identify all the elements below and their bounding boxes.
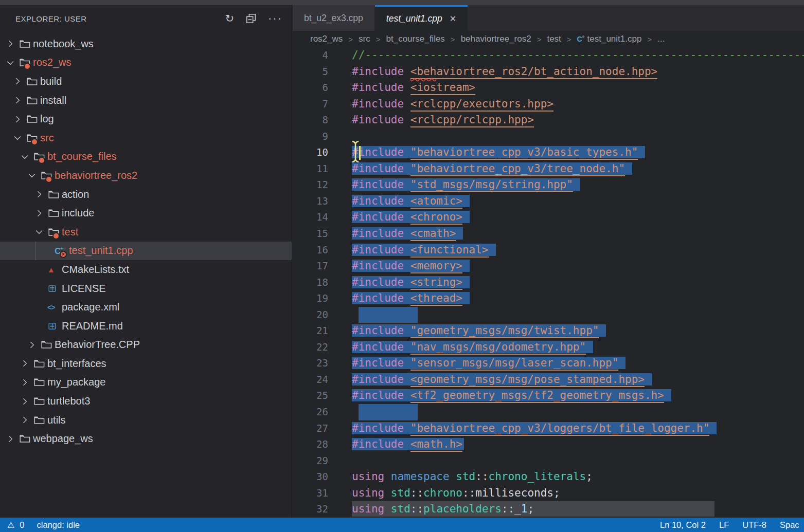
- tree-item-ros2_ws[interactable]: ros2_ws: [0, 53, 292, 72]
- tree-item-BehaviorTree.CPP[interactable]: BehaviorTree.CPP: [0, 336, 292, 355]
- token: milliseconds: [475, 487, 553, 499]
- code-line-25[interactable]: 25#include <tf2_geometry_msgs/tf2_geomet…: [293, 388, 804, 404]
- tree-item-my_package[interactable]: my_package: [0, 373, 292, 392]
- tree-item-test_unit1.cpp[interactable]: C+×test_unit1.cpp: [0, 242, 292, 261]
- breadcrumb-label: ros2_ws: [310, 34, 343, 44]
- folder-icon: [26, 76, 40, 87]
- line-content: using std::chrono::milliseconds;: [352, 485, 560, 502]
- tree-item-action[interactable]: action: [0, 185, 292, 204]
- tree-item-label: action: [62, 189, 89, 200]
- code-line-24[interactable]: 24#include <geometry_msgs/msg/pose_stamp…: [293, 372, 804, 388]
- breadcrumb-item-bt_course_files[interactable]: bt_course_files: [386, 34, 445, 44]
- folder-icon: [26, 114, 40, 124]
- tree-item-test[interactable]: test: [0, 223, 292, 242]
- code-line-31[interactable]: 31using std::chrono::milliseconds;: [293, 485, 804, 502]
- breadcrumb-separator-icon: >: [537, 35, 542, 44]
- line-number: 18: [293, 274, 328, 291]
- cursor-position[interactable]: Ln 10, Col 2: [660, 520, 706, 530]
- code-line-4[interactable]: 4//-------------------------------------…: [293, 47, 804, 64]
- code-line-22[interactable]: 22#include "nav_msgs/msg/odometry.hpp": [293, 339, 804, 356]
- breadcrumb-item-test_unit1.cpp[interactable]: C+test_unit1.cpp: [577, 34, 642, 44]
- code-line-28[interactable]: 28#include <math.h>: [293, 436, 804, 453]
- code-line-27[interactable]: 27#include "behaviortree_cpp_v3/loggers/…: [293, 420, 804, 437]
- code-line-5[interactable]: 5#include <behaviortree_ros2/bt_action_n…: [293, 64, 804, 80]
- breadcrumb-item-test[interactable]: test: [547, 34, 561, 44]
- language-server-status[interactable]: clangd: idle: [37, 520, 80, 530]
- indent-indicator[interactable]: Spac: [780, 520, 799, 530]
- tab-bt_u2_ex3.cpp[interactable]: bt_u2_ex3.cpp: [293, 5, 375, 31]
- code-line-17[interactable]: 17#include <memory>: [293, 258, 804, 274]
- code-line-13[interactable]: 13#include <atomic>: [293, 193, 804, 210]
- tree-item-README.md[interactable]: README.md: [0, 317, 292, 336]
- line-content: #include <geometry_msgs/msg/pose_stamped…: [352, 372, 652, 388]
- ellipsis-icon[interactable]: ···: [268, 12, 282, 25]
- code-line-20[interactable]: 20: [293, 307, 804, 323]
- refresh-icon[interactable]: ↻: [225, 12, 234, 25]
- token: #include: [352, 276, 410, 288]
- selection-highlight: #include <geometry_msgs/msg/pose_stamped…: [352, 373, 652, 386]
- tree-item-src[interactable]: src: [0, 129, 292, 148]
- code-line-8[interactable]: 8#include <rclcpp/rclcpp.hpp>: [293, 112, 804, 129]
- folder-icon: [33, 415, 47, 426]
- tree-item-label: BehaviorTree.CPP: [55, 339, 140, 351]
- breadcrumb-item-ros2_ws[interactable]: ros2_ws: [310, 34, 343, 44]
- breadcrumb-item-behaviortree_ros2[interactable]: behaviortree_ros2: [461, 34, 531, 44]
- close-icon[interactable]: ✕: [450, 14, 456, 24]
- eol-indicator[interactable]: LF: [719, 520, 729, 530]
- tree-item-install[interactable]: install: [0, 91, 292, 110]
- collapse-all-icon[interactable]: [245, 13, 257, 24]
- breadcrumb-item-...[interactable]: ...: [657, 34, 665, 44]
- line-number: 24: [293, 372, 328, 388]
- chevron-right-icon: [34, 208, 47, 218]
- tree-item-behaviortree_ros2[interactable]: behaviortree_ros2: [0, 166, 292, 185]
- code-line-18[interactable]: 18#include <string>: [293, 274, 804, 291]
- token: "behaviortree_cpp_v3/basic_types.h": [410, 146, 638, 160]
- code-line-32[interactable]: 32using std::placeholders::_1;: [293, 501, 804, 518]
- chevron-down-icon: [20, 152, 33, 162]
- tree-item-log[interactable]: log: [0, 109, 292, 129]
- token: std: [456, 470, 475, 483]
- code-line-30[interactable]: 30using namespace std::chrono_literals;: [293, 469, 804, 485]
- selection-highlight: #include "behaviortree_cpp_v3/basic_type…: [352, 146, 645, 158]
- code-line-14[interactable]: 14#include <chrono>: [293, 209, 804, 226]
- code-line-23[interactable]: 23#include "sensor_msgs/msg/laser_scan.h…: [293, 355, 804, 372]
- code-line-16[interactable]: 16#include <functional>: [293, 242, 804, 259]
- line-number: 27: [293, 420, 328, 437]
- warning-count[interactable]: 0: [20, 520, 24, 530]
- token: ::: [475, 470, 488, 483]
- tab-test_unit1.cpp[interactable]: test_unit1.cpp✕: [375, 5, 468, 31]
- tree-item-package.xml[interactable]: <>package.xml: [0, 298, 292, 317]
- token: ::: [502, 503, 514, 515]
- tree-item-include[interactable]: include: [0, 204, 292, 223]
- tree-item-notebook_ws[interactable]: notebook_ws: [0, 34, 292, 53]
- code-line-12[interactable]: 12#include "std_msgs/msg/string.hpp": [293, 177, 804, 193]
- code-line-15[interactable]: 15#include <cmath>: [293, 226, 804, 242]
- code-line-10[interactable]: 10#include "behaviortree_cpp_v3/basic_ty…: [293, 144, 804, 161]
- line-content: #include "std_msgs/msg/string.hpp": [352, 177, 580, 193]
- warning-icon[interactable]: ⚠: [7, 520, 14, 530]
- token: <atomic>: [410, 195, 462, 209]
- tree-item-CMakeLists.txt[interactable]: ▲CMakeLists.txt: [0, 260, 292, 279]
- tree-item-webpage_ws[interactable]: webpage_ws: [0, 429, 292, 448]
- breadcrumb-item-src[interactable]: src: [359, 34, 370, 44]
- code-line-19[interactable]: 19#include <thread>: [293, 290, 804, 307]
- code-line-6[interactable]: 6#include <iostream>: [293, 80, 804, 96]
- encoding-indicator[interactable]: UTF-8: [742, 520, 766, 530]
- code-line-29[interactable]: 29: [293, 453, 804, 469]
- token: "behaviortree_cpp_v3/loggers/bt_file_log…: [410, 422, 710, 436]
- code-line-9[interactable]: 9: [293, 129, 804, 145]
- tree-item-turtlebot3[interactable]: turtlebot3: [0, 392, 292, 411]
- code-line-21[interactable]: 21#include "geometry_msgs/msg/twist.hpp": [293, 323, 804, 339]
- token: ::: [410, 503, 423, 515]
- line-content: //--------------------------------------…: [352, 47, 804, 64]
- tree-item-bt_interfaces[interactable]: bt_interfaces: [0, 354, 292, 373]
- code-area[interactable]: 4//-------------------------------------…: [293, 47, 804, 518]
- tree-item-LICENSE[interactable]: LICENSE: [0, 279, 292, 298]
- selection-highlight: #include "behaviortree_cpp_v3/loggers/bt…: [352, 422, 717, 434]
- code-line-11[interactable]: 11#include "behaviortree_cpp_v3/tree_nod…: [293, 161, 804, 177]
- code-line-7[interactable]: 7#include <rclcpp/executors.hpp>: [293, 96, 804, 113]
- tree-item-utils[interactable]: utils: [0, 411, 292, 430]
- tree-item-build[interactable]: build: [0, 72, 292, 91]
- tree-item-bt_course_files[interactable]: bt_course_files: [0, 148, 292, 167]
- code-line-26[interactable]: 26: [293, 404, 804, 420]
